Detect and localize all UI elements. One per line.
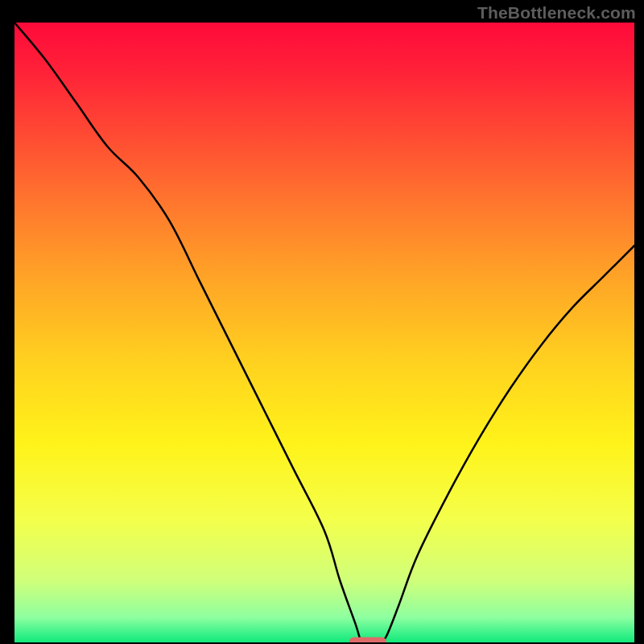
optimal-zone-marker <box>349 638 386 643</box>
chart-frame: TheBottleneck.com <box>0 0 644 644</box>
plot-area <box>14 23 634 642</box>
chart-svg <box>14 23 634 642</box>
watermark-text: TheBottleneck.com <box>477 3 636 23</box>
gradient-background <box>14 23 634 642</box>
